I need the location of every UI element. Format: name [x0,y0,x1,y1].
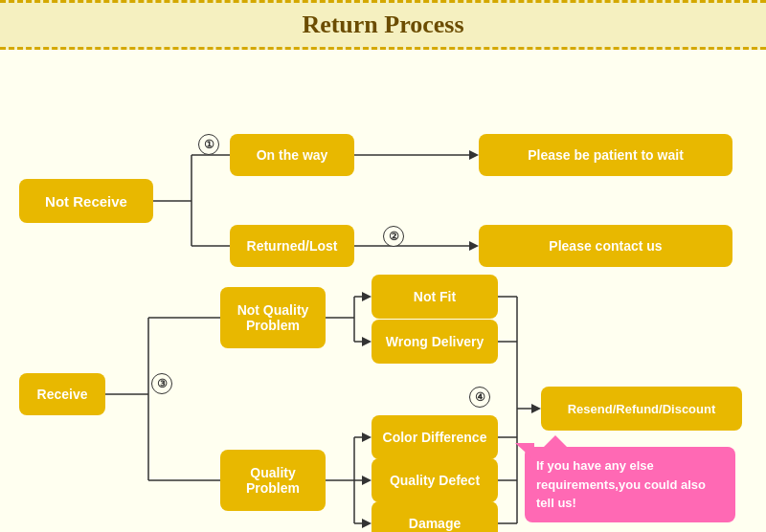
circle-1: ① [198,134,219,155]
be-patient-node: Please be patient to wait [479,134,732,176]
svg-marker-23 [362,476,372,485]
bubble-arrow [515,443,534,460]
color-diff-node: Color Difference [372,415,498,459]
receive-node: Receive [19,373,105,415]
svg-marker-21 [362,432,372,442]
svg-marker-25 [362,519,372,528]
damage-node: Damage [372,501,498,532]
page-title: Return Process [302,11,463,38]
circle-4: ④ [469,387,490,408]
diagram-content: ① ② ③ ④ Not Receive On the way Returned/… [0,50,766,532]
wrong-delivery-node: Wrong Delivery [372,320,498,364]
on-the-way-node: On the way [230,134,354,176]
not-receive-node: Not Receive [19,179,153,223]
resend-node: Resend/Refund/Discount [541,387,742,431]
svg-marker-14 [362,292,372,301]
not-quality-node: Not Quality Problem [220,287,326,348]
returned-lost-node: Returned/Lost [230,225,354,267]
not-fit-node: Not Fit [372,275,498,319]
header: Return Process [0,0,766,50]
quality-defect-node: Quality Defect [372,458,498,502]
quality-node: Quality Problem [220,450,326,511]
svg-marker-33 [531,404,541,413]
circle-3: ③ [151,373,172,394]
circle-2: ② [383,226,404,247]
contact-us-node: Please contact us [479,225,732,267]
speech-bubble: If you have any else requirements,you co… [525,447,735,522]
svg-marker-4 [469,150,479,160]
svg-marker-16 [362,337,372,346]
svg-marker-7 [469,241,479,251]
